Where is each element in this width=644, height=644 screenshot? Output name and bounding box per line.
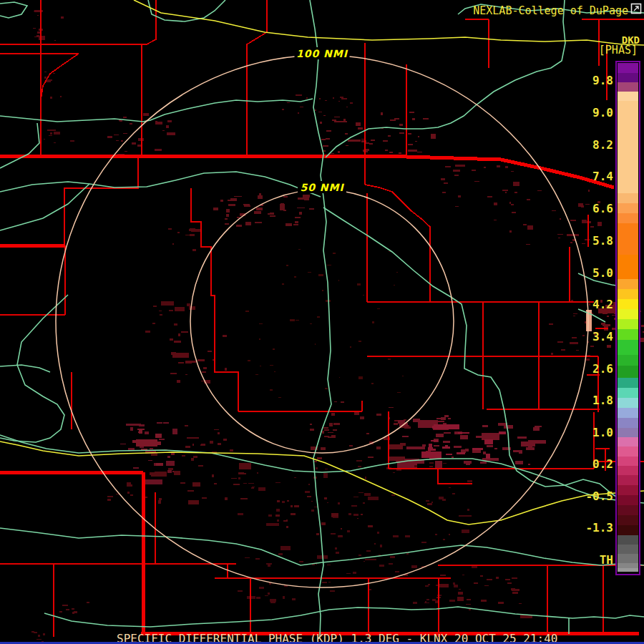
echo-cell <box>426 500 429 501</box>
echo-cell <box>590 346 594 347</box>
echo-cell <box>162 130 165 131</box>
echo-cell <box>226 214 229 217</box>
echo-cell <box>87 602 89 603</box>
echo-cell <box>182 455 185 457</box>
echo-cell <box>486 454 490 458</box>
echo-cell <box>150 448 153 450</box>
echo-cell <box>158 500 161 503</box>
echo-cell <box>180 482 185 483</box>
colorbar-segment <box>618 447 638 457</box>
echo-cell <box>480 462 487 464</box>
echo-cell <box>299 212 302 215</box>
echo-cell <box>413 419 420 422</box>
echo-cell <box>50 97 52 99</box>
echo-cell <box>214 429 219 430</box>
echo-cell <box>346 573 351 574</box>
echo-cell <box>454 585 458 587</box>
echo-cell <box>171 352 176 355</box>
colorbar-segment <box>618 457 638 466</box>
echo-cell <box>391 494 395 496</box>
colorbar-scale-label: 8.2 <box>570 140 613 151</box>
echo-cell <box>190 228 195 229</box>
colorbar-scale-label: 9.8 <box>570 75 613 87</box>
echo-cell <box>298 112 299 114</box>
echo-cell <box>641 325 644 327</box>
echo-cell <box>185 235 190 235</box>
echo-cell <box>366 433 369 435</box>
echo-cell <box>220 200 223 202</box>
echo-cell <box>457 597 464 601</box>
colorbar-segment <box>618 485 638 495</box>
echo-cell <box>535 426 542 427</box>
echo-cell <box>347 530 350 532</box>
echo-cell <box>270 389 273 391</box>
echo-cell <box>368 497 379 500</box>
radar-map: 50 NMI100 NMI <box>0 0 644 644</box>
echo-cell <box>408 150 417 152</box>
echo-cell <box>341 401 344 403</box>
echo-cell <box>292 598 296 600</box>
echo-cell <box>444 182 449 185</box>
echo-cell <box>270 365 273 366</box>
echo-cell <box>138 431 142 433</box>
colorbar-segment <box>618 475 638 485</box>
echo-cell <box>462 530 469 532</box>
echo-cell <box>436 434 443 437</box>
echo-cell <box>43 633 45 635</box>
product-unit-label: [PHAS] <box>599 44 638 57</box>
echo-cell <box>296 320 299 321</box>
echo-cell <box>454 446 462 448</box>
colorbar-segment <box>618 309 638 319</box>
echo-cell <box>190 234 195 236</box>
echo-cell <box>341 528 342 530</box>
echo-cell <box>167 120 172 122</box>
echo-cell <box>496 577 499 579</box>
echo-cell <box>291 505 293 507</box>
colorbar <box>616 62 640 575</box>
echo-cell <box>558 238 560 238</box>
colorbar-scale-label: 4.2 <box>570 299 613 311</box>
echo-cell <box>576 350 579 351</box>
echo-cell <box>245 222 251 225</box>
echo-cell <box>331 153 334 155</box>
echo-cell <box>294 505 299 507</box>
echo-cell <box>274 371 275 372</box>
echo-cell <box>333 429 338 431</box>
colorbar-segment <box>618 223 638 255</box>
echo-cell <box>331 513 339 517</box>
echo-cell <box>436 585 438 586</box>
echo-cell <box>448 418 451 419</box>
echo-cell <box>193 456 198 458</box>
popout-arrow-icon[interactable] <box>630 3 642 14</box>
echo-cell <box>311 509 314 512</box>
echo-cell <box>326 138 329 140</box>
echo-cell <box>339 535 342 536</box>
colorbar-segment <box>618 213 638 223</box>
colorbar-scale-label: 9.0 <box>570 107 613 119</box>
echo-cell <box>467 480 473 482</box>
echo-cell <box>458 592 463 594</box>
echo-cell <box>357 518 358 519</box>
echo-cell <box>130 427 133 431</box>
echo-cell <box>320 122 322 124</box>
echo-cell <box>191 458 194 460</box>
echo-cell <box>181 331 189 333</box>
echo-cell <box>333 97 334 99</box>
echo-cell <box>107 136 113 138</box>
echo-cell <box>230 449 233 452</box>
echo-cell <box>588 190 590 192</box>
echo-cell <box>348 513 351 515</box>
echo-cell <box>136 439 143 441</box>
echo-cell <box>442 499 446 500</box>
echo-cell <box>282 109 284 110</box>
echo-cell <box>317 457 322 460</box>
colorbar-segment <box>618 101 638 193</box>
echo-cell <box>421 542 426 543</box>
echo-cell <box>266 523 278 526</box>
echo-cell <box>316 467 318 469</box>
colorbar-segment <box>618 255 638 279</box>
echo-cell <box>166 125 169 127</box>
colorbar-scale-label: 1.8 <box>570 395 613 406</box>
echo-cell <box>393 472 395 474</box>
echo-cell <box>322 431 324 434</box>
